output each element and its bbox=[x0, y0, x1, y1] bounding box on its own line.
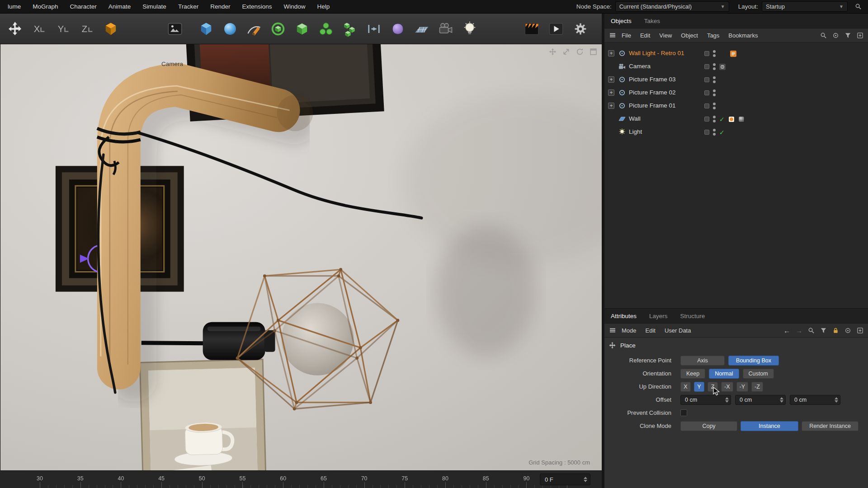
sphere-primitive-button[interactable] bbox=[219, 16, 241, 42]
maximize-view-icon[interactable] bbox=[590, 48, 597, 56]
offset-z-field[interactable]: 0 cm bbox=[790, 395, 840, 405]
am-menu-mode[interactable]: Mode bbox=[617, 327, 641, 334]
camera-tag-icon[interactable] bbox=[719, 64, 726, 70]
material-thumbnail-dot[interactable] bbox=[728, 116, 735, 122]
takes-render-button[interactable] bbox=[520, 16, 543, 42]
reference-axis-button[interactable]: Axis bbox=[680, 356, 725, 366]
menu-tracker[interactable]: Tracker bbox=[172, 3, 204, 10]
orientation-keep-button[interactable]: Keep bbox=[680, 369, 705, 379]
object-row-picture-frame-01[interactable]: + Picture Frame 01 bbox=[604, 99, 868, 113]
current-frame-field[interactable]: 0 F bbox=[540, 474, 590, 485]
visibility-dots[interactable] bbox=[713, 129, 716, 136]
spline-pen-button[interactable] bbox=[243, 16, 265, 42]
search-icon[interactable] bbox=[855, 3, 862, 10]
layout-dropdown[interactable]: Startup ▼ bbox=[762, 1, 848, 12]
menu-help[interactable]: Help bbox=[311, 3, 336, 10]
pan-view-icon[interactable] bbox=[549, 48, 557, 56]
subdivision-surface-button[interactable] bbox=[267, 16, 289, 42]
object-row-picture-frame-03[interactable]: + Picture Frame 03 bbox=[604, 73, 868, 86]
extrude-button[interactable] bbox=[291, 16, 313, 42]
filter-icon[interactable] bbox=[820, 327, 827, 334]
clone-copy-button[interactable]: Copy bbox=[680, 421, 737, 431]
object-row-picture-frame-02[interactable]: + Picture Frame 02 bbox=[604, 86, 868, 99]
lock-icon[interactable] bbox=[832, 327, 839, 334]
menu-mograph[interactable]: MoGraph bbox=[27, 3, 64, 10]
tab-attributes[interactable]: Attributes bbox=[611, 313, 637, 319]
up-neg-y-button[interactable]: -Y bbox=[736, 382, 749, 392]
visibility-dots[interactable] bbox=[713, 63, 716, 70]
search-icon[interactable] bbox=[820, 32, 827, 39]
cube-primitive-button[interactable] bbox=[195, 16, 217, 42]
am-menu-user-data[interactable]: User Data bbox=[660, 327, 696, 334]
move-tool-button[interactable] bbox=[4, 16, 26, 42]
up-neg-x-button[interactable]: -X bbox=[721, 382, 733, 392]
light-tool-button[interactable] bbox=[458, 16, 481, 42]
rotate-view-icon[interactable] bbox=[576, 48, 584, 56]
up-neg-z-button[interactable]: -Z bbox=[751, 382, 763, 392]
timeline-ruler[interactable]: 0 F 30354045505560657075808590 bbox=[0, 470, 602, 488]
tab-objects[interactable]: Objects bbox=[611, 18, 632, 24]
enabled-check-icon[interactable]: ✓ bbox=[719, 116, 725, 122]
render-settings-button[interactable] bbox=[569, 16, 592, 42]
tab-layers[interactable]: Layers bbox=[649, 313, 668, 319]
offset-y-field[interactable]: 0 cm bbox=[735, 395, 786, 405]
lock-z-axis-button[interactable]: Z bbox=[75, 16, 98, 42]
burger-menu-icon[interactable] bbox=[609, 32, 616, 39]
up-y-button[interactable]: Y bbox=[694, 382, 704, 392]
offset-x-field[interactable]: 0 cm bbox=[680, 395, 731, 405]
menu-render[interactable]: Render bbox=[204, 3, 236, 10]
offset-x-spinner[interactable] bbox=[725, 397, 729, 403]
scroll-to-active-icon[interactable] bbox=[832, 32, 839, 39]
om-menu-file[interactable]: File bbox=[617, 32, 636, 39]
lock-x-axis-button[interactable]: X bbox=[28, 16, 50, 42]
up-z-button[interactable]: Z bbox=[708, 382, 718, 392]
track-active-icon[interactable] bbox=[844, 327, 851, 334]
menu-extensions[interactable]: Extensions bbox=[236, 3, 278, 10]
history-forward-icon[interactable]: → bbox=[796, 327, 802, 334]
object-row-wall-light[interactable]: + Wall Light - Retro 01 bbox=[604, 47, 868, 60]
clone-render-instance-button[interactable]: Render Instance bbox=[802, 421, 859, 431]
menu-animate[interactable]: Animate bbox=[103, 3, 137, 10]
offset-y-spinner[interactable] bbox=[780, 397, 783, 403]
offset-z-spinner[interactable] bbox=[835, 397, 838, 403]
cloner-button[interactable] bbox=[339, 16, 361, 42]
viewport[interactable]: Camera Grid Spacing : 5000 cm bbox=[0, 44, 602, 470]
enabled-check-icon[interactable]: ✓ bbox=[719, 129, 725, 136]
tab-structure[interactable]: Structure bbox=[680, 313, 705, 319]
visibility-dots[interactable] bbox=[713, 50, 716, 57]
coordinate-system-button[interactable] bbox=[99, 16, 122, 42]
menu-character[interactable]: Character bbox=[64, 3, 103, 10]
tab-takes[interactable]: Takes bbox=[644, 18, 660, 24]
expand-toggle[interactable]: + bbox=[608, 89, 614, 96]
camera-tool-button[interactable] bbox=[434, 16, 457, 42]
play-button[interactable] bbox=[545, 16, 567, 42]
reference-bounding-box-button[interactable]: Bounding Box bbox=[728, 356, 779, 366]
search-icon[interactable] bbox=[808, 327, 815, 334]
mograph-array-button[interactable] bbox=[315, 16, 337, 42]
om-menu-edit[interactable]: Edit bbox=[636, 32, 655, 39]
visibility-dots[interactable] bbox=[713, 103, 716, 109]
floor-environment-button[interactable] bbox=[410, 16, 433, 42]
om-menu-view[interactable]: View bbox=[655, 32, 676, 39]
zoom-view-icon[interactable] bbox=[562, 48, 570, 56]
visibility-dots[interactable] bbox=[713, 76, 716, 83]
om-menu-object[interactable]: Object bbox=[676, 32, 703, 39]
filter-icon[interactable] bbox=[844, 32, 851, 39]
layer-chip[interactable] bbox=[704, 130, 709, 135]
layer-chip[interactable] bbox=[704, 77, 709, 82]
orientation-custom-button[interactable]: Custom bbox=[743, 369, 774, 379]
new-panel-icon[interactable] bbox=[857, 327, 863, 334]
layer-chip[interactable] bbox=[704, 64, 709, 69]
material-thumbnail-concrete[interactable] bbox=[738, 116, 745, 122]
prevent-collision-checkbox[interactable] bbox=[680, 409, 687, 416]
object-row-light[interactable]: Light ✓ bbox=[604, 126, 868, 139]
render-view-button[interactable] bbox=[164, 16, 186, 42]
viewport-canvas[interactable] bbox=[0, 44, 602, 470]
menu-window[interactable]: Window bbox=[278, 3, 311, 10]
layer-chip[interactable] bbox=[704, 117, 709, 122]
om-menu-bookmarks[interactable]: Bookmarks bbox=[724, 32, 762, 39]
object-row-wall[interactable]: Wall ✓ bbox=[604, 113, 868, 126]
am-menu-edit[interactable]: Edit bbox=[641, 327, 660, 334]
visibility-dots[interactable] bbox=[713, 89, 716, 96]
visibility-dots[interactable] bbox=[713, 116, 716, 122]
